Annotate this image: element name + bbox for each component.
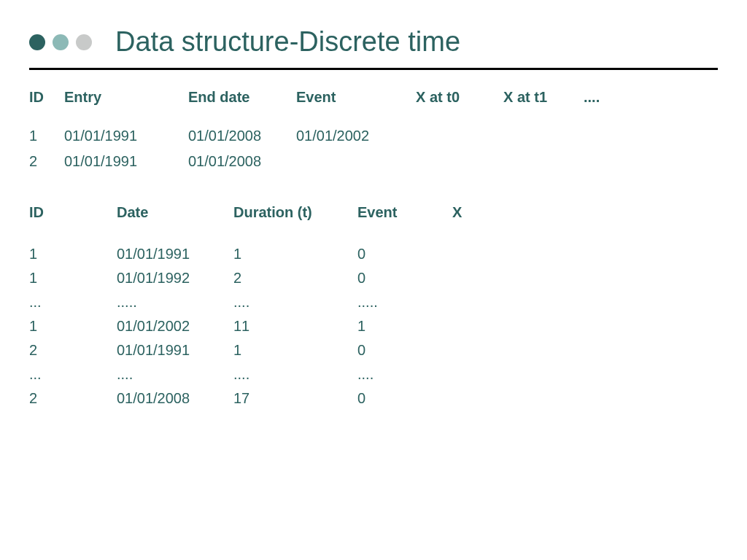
cell: 01/01/1991 — [64, 153, 188, 170]
table-header-row: ID Entry End date Event X at t0 X at t1 … — [29, 85, 718, 110]
cell — [416, 128, 503, 144]
cell — [452, 294, 496, 311]
table-row: ... ..... .... ..... — [29, 290, 718, 314]
cell: 01/01/2008 — [117, 390, 233, 407]
decorative-dots — [29, 34, 92, 50]
cell: 1 — [29, 318, 117, 335]
slide-title: Data structure-Discrete time — [115, 26, 460, 58]
cell: .... — [117, 366, 233, 383]
cell — [452, 366, 496, 383]
table-row: 1 01/01/2002 11 1 — [29, 314, 718, 338]
cell: 01/01/2008 — [188, 153, 296, 170]
cell: 17 — [233, 390, 357, 407]
cell: ... — [29, 366, 117, 383]
table-row: 1 01/01/1992 2 0 — [29, 266, 718, 290]
table-row: 2 01/01/1991 1 0 — [29, 338, 718, 362]
cell: 2 — [233, 270, 357, 287]
cell: 1 — [233, 246, 357, 262]
cell — [452, 342, 496, 359]
cell — [452, 270, 496, 287]
cell — [452, 246, 496, 262]
table-row: 2 01/01/2008 17 0 — [29, 386, 718, 411]
cell: 01/01/1991 — [117, 342, 233, 359]
table-row: ... .... .... .... — [29, 362, 718, 386]
cell: 1 — [29, 246, 117, 262]
col-header: X at t0 — [416, 89, 503, 106]
col-header: X at t1 — [503, 89, 584, 106]
cell: .... — [233, 294, 357, 311]
cell: ..... — [357, 294, 452, 311]
cell: 1 — [29, 270, 117, 287]
cell: ... — [29, 294, 117, 311]
cell: 01/01/2002 — [117, 318, 233, 335]
cell: 0 — [357, 342, 452, 359]
cell: 2 — [29, 390, 117, 407]
cell: 01/01/1992 — [117, 270, 233, 287]
cell: .... — [233, 366, 357, 383]
col-header: .... — [584, 89, 627, 106]
cell: 11 — [233, 318, 357, 335]
table-header-row: ID Date Duration (t) Event X — [29, 201, 718, 225]
col-header: Event — [296, 89, 416, 106]
cell: 2 — [29, 342, 117, 359]
dot-icon — [53, 34, 69, 50]
cell: 2 — [29, 153, 64, 170]
cell — [452, 318, 496, 335]
table-row: 1 01/01/1991 1 0 — [29, 242, 718, 266]
cell: 01/01/1991 — [64, 128, 188, 144]
cell: 0 — [357, 270, 452, 287]
table-row: 2 01/01/1991 01/01/2008 — [29, 149, 718, 174]
cell: 01/01/1991 — [117, 246, 233, 262]
cell — [452, 390, 496, 407]
cell: 01/01/2002 — [296, 128, 416, 144]
col-header: ID — [29, 204, 117, 221]
col-header: Entry — [64, 89, 188, 106]
cell — [584, 153, 627, 170]
cell: 1 — [233, 342, 357, 359]
col-header: ID — [29, 89, 64, 106]
cell: 1 — [29, 128, 64, 144]
dot-icon — [76, 34, 92, 50]
table-long-format: ID Date Duration (t) Event X 1 01/01/199… — [29, 201, 718, 411]
cell — [503, 153, 584, 170]
cell: 1 — [357, 318, 452, 335]
cell: 0 — [357, 246, 452, 262]
col-header: Date — [117, 204, 233, 221]
dot-icon — [29, 34, 45, 50]
cell: 0 — [357, 390, 452, 407]
cell — [503, 128, 584, 144]
col-header: End date — [188, 89, 296, 106]
col-header: X — [452, 204, 496, 221]
cell: 01/01/2008 — [188, 128, 296, 144]
col-header: Event — [357, 204, 452, 221]
cell — [584, 128, 627, 144]
slide-header: Data structure-Discrete time — [29, 26, 718, 70]
cell: .... — [357, 366, 452, 383]
cell — [296, 153, 416, 170]
table-wide-format: ID Entry End date Event X at t0 X at t1 … — [29, 85, 718, 174]
cell: ..... — [117, 294, 233, 311]
cell — [416, 153, 503, 170]
table-row: 1 01/01/1991 01/01/2008 01/01/2002 — [29, 123, 718, 149]
col-header: Duration (t) — [233, 204, 357, 221]
